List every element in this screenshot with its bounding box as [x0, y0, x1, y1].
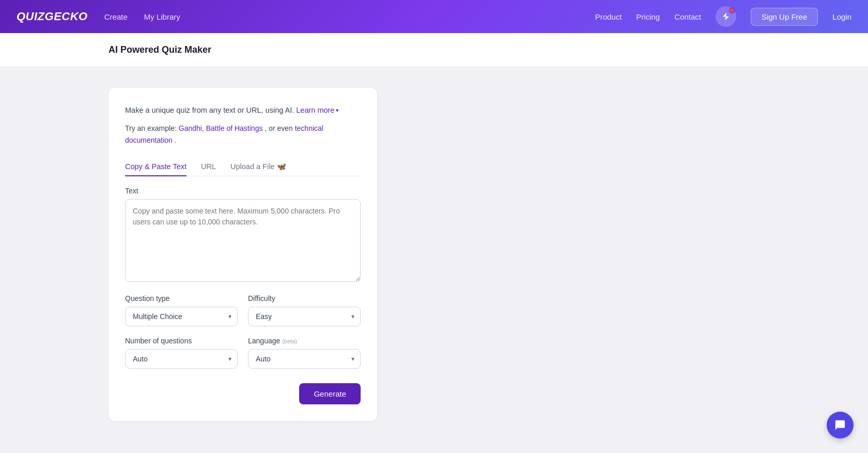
question-type-select-wrap: Multiple Choice True/False Short Answer … — [125, 307, 238, 326]
form-row-2: Number of questions Auto 5 10 15 20 ▾ La… — [125, 337, 361, 369]
text-input[interactable] — [125, 199, 361, 282]
tab-url[interactable]: URL — [201, 158, 216, 176]
lightning-icon-button[interactable] — [716, 6, 736, 27]
page-title-bar: AI Powered Quiz Maker — [0, 33, 868, 67]
page-title: AI Powered Quiz Maker — [109, 44, 760, 55]
difficulty-group: Difficulty Easy Medium Hard ▾ — [248, 294, 361, 326]
text-label: Text — [125, 187, 361, 195]
form-row-1: Question type Multiple Choice True/False… — [125, 294, 361, 326]
question-type-group: Question type Multiple Choice True/False… — [125, 294, 238, 326]
nav-contact[interactable]: Contact — [674, 12, 701, 21]
chevron-down-icon: ▾ — [336, 106, 339, 115]
nav-create[interactable]: Create — [104, 12, 128, 21]
learn-more-link[interactable]: Learn more — [296, 104, 334, 116]
example-battle-link[interactable]: Battle of Hastings — [206, 124, 263, 132]
language-select-wrap: Auto English Spanish French German ▾ — [248, 349, 361, 369]
num-questions-group: Number of questions Auto 5 10 15 20 ▾ — [125, 337, 238, 369]
intro-paragraph: Make a unique quiz from any text or URL,… — [125, 104, 361, 116]
main-content: Make a unique quiz from any text or URL,… — [0, 67, 868, 442]
question-type-label: Question type — [125, 294, 238, 303]
question-type-select[interactable]: Multiple Choice True/False Short Answer — [125, 307, 238, 326]
notification-badge — [729, 7, 735, 13]
generate-button[interactable]: Generate — [299, 383, 361, 404]
navbar: QUIZGECKO Create My Library Product Pric… — [0, 0, 868, 33]
login-link[interactable]: Login — [832, 12, 851, 21]
quiz-maker-card: Make a unique quiz from any text or URL,… — [109, 88, 377, 421]
beta-badge: (beta) — [282, 338, 297, 344]
num-questions-select[interactable]: Auto 5 10 15 20 — [125, 349, 238, 369]
nav-pricing[interactable]: Pricing — [636, 12, 660, 21]
num-questions-select-wrap: Auto 5 10 15 20 ▾ — [125, 349, 238, 369]
difficulty-select[interactable]: Easy Medium Hard — [248, 307, 361, 326]
example-gandhi-link[interactable]: Gandhi — [179, 124, 202, 132]
signup-button[interactable]: Sign Up Free — [751, 8, 818, 26]
tab-copy-paste[interactable]: Copy & Paste Text — [125, 158, 187, 176]
tab-upload[interactable]: Upload a File 🦋 — [230, 158, 286, 176]
example-paragraph: Try an example: Gandhi, Battle of Hastin… — [125, 123, 361, 146]
nav-left: QUIZGECKO Create My Library — [17, 10, 180, 23]
difficulty-select-wrap: Easy Medium Hard ▾ — [248, 307, 361, 326]
generate-row: Generate — [125, 383, 361, 404]
nav-my-library[interactable]: My Library — [144, 12, 180, 21]
language-label: Language (beta) — [248, 337, 361, 345]
site-logo[interactable]: QUIZGECKO — [17, 10, 88, 23]
language-select[interactable]: Auto English Spanish French German — [248, 349, 361, 369]
nav-product[interactable]: Product — [595, 12, 622, 21]
difficulty-label: Difficulty — [248, 294, 361, 303]
chat-bubble-button[interactable] — [827, 412, 854, 439]
nav-right: Product Pricing Contact Sign Up Free Log… — [595, 6, 851, 27]
num-questions-label: Number of questions — [125, 337, 238, 345]
tab-bar: Copy & Paste Text URL Upload a File 🦋 — [125, 158, 361, 176]
language-group: Language (beta) Auto English Spanish Fre… — [248, 337, 361, 369]
